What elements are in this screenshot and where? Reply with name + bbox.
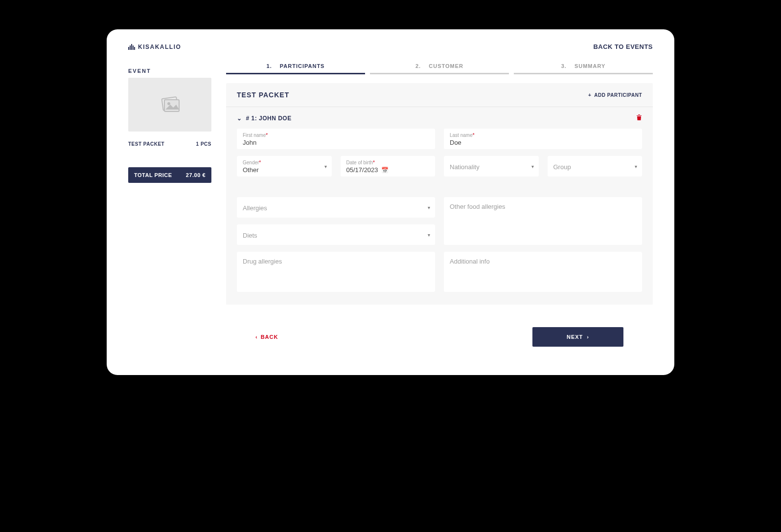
main-content: 1. PARTICIPANTS 2. CUSTOMER 3. SUMMARY T… [226,63,653,347]
topbar: KISAKALLIO BACK TO EVENTS [128,43,653,50]
tab-participants[interactable]: 1. PARTICIPANTS [226,63,365,74]
drug-placeholder: Drug allergies [243,258,429,265]
panel-header: TEST PACKET + ADD PARTICIPANT [226,83,653,107]
step-label: PARTICIPANTS [280,63,325,69]
next-button[interactable]: NEXT › [532,327,623,347]
trash-icon [636,114,642,121]
chevron-left-icon: ‹ [255,334,258,340]
event-label: EVENT [128,68,211,74]
app-window: KISAKALLIO BACK TO EVENTS EVENT TEST PAC… [107,29,674,375]
last-name-field[interactable]: Last name* Doe [444,129,642,149]
required-mark: * [473,133,475,138]
allergies-placeholder: Allergies [243,204,429,212]
tab-customer[interactable]: 2. CUSTOMER [370,63,509,74]
last-name-value: Doe [450,139,636,146]
step-number: 2. [415,63,421,69]
other-food-placeholder: Other food allergies [450,203,636,210]
required-mark: * [259,160,261,165]
svg-point-2 [167,102,170,105]
required-mark: * [266,133,268,138]
step-tabs: 1. PARTICIPANTS 2. CUSTOMER 3. SUMMARY [226,63,653,74]
chevron-down-icon: ▾ [428,205,430,210]
drug-allergies-field[interactable]: Drug allergies [237,252,435,292]
bars-icon [128,44,135,50]
total-price-row: TOTAL PRICE 27.00 € [128,167,211,183]
plus-icon: + [588,92,591,98]
participant-form: First name* John Last name* Doe Gender* … [226,129,653,305]
chevron-down-icon: ▾ [635,164,637,169]
allergies-select[interactable]: Allergies ▾ [237,197,435,218]
required-mark: * [373,160,375,165]
gender-select[interactable]: Gender* Other ▾ [237,156,332,177]
total-label: TOTAL PRICE [134,172,172,178]
cart-item-row: TEST PACKET 1 PCS [128,138,211,167]
step-label: CUSTOMER [429,63,463,69]
event-thumbnail [128,78,211,132]
field-label: Date of birth [346,160,373,165]
additional-info-field[interactable]: Additional info [444,252,642,292]
chevron-down-icon: ▾ [324,164,327,169]
chevron-right-icon: › [587,334,589,340]
diets-select[interactable]: Diets ▾ [237,224,435,245]
photo-placeholder-icon [159,95,181,114]
gender-value: Other [243,166,326,174]
brand-name: KISAKALLIO [138,44,181,50]
back-to-events-link[interactable]: BACK TO EVENTS [593,43,653,50]
diets-placeholder: Diets [243,232,429,239]
participant-title: # 1: JOHN DOE [246,115,292,122]
brand-logo: KISAKALLIO [128,44,181,50]
wizard-footer: ‹ BACK NEXT › [226,327,653,347]
nationality-select[interactable]: Nationality ▾ [444,156,539,177]
panel-title: TEST PACKET [237,91,289,99]
group-placeholder: Group [553,163,637,171]
step-number: 1. [267,63,272,69]
delete-participant-button[interactable] [636,114,642,123]
step-label: SUMMARY [574,63,605,69]
chevron-down-icon: ▾ [428,232,430,238]
first-name-value: John [243,139,429,146]
add-participant-button[interactable]: + ADD PARTICIPANT [588,92,642,98]
calendar-icon: 📅 [381,167,389,174]
back-button[interactable]: ‹ BACK [255,334,278,340]
participant-accordion-header[interactable]: ⌄ # 1: JOHN DOE [226,107,653,129]
cart-item-qty: 1 PCS [196,141,211,147]
other-food-allergies-field[interactable]: Other food allergies [444,197,642,245]
cart-item-name: TEST PACKET [128,141,164,147]
dob-value: 05/17/2023 [346,166,378,174]
svg-rect-1 [164,100,179,111]
nationality-placeholder: Nationality [450,163,533,171]
group-select[interactable]: Group ▾ [548,156,643,177]
first-name-field[interactable]: First name* John [237,129,435,149]
next-label: NEXT [567,334,583,340]
participants-panel: TEST PACKET + ADD PARTICIPANT ⌄ # 1: JOH… [226,83,653,305]
field-label: First name [243,133,266,138]
chevron-down-icon: ⌄ [237,115,242,122]
tab-summary[interactable]: 3. SUMMARY [514,63,653,74]
event-sidebar: EVENT TEST PACKET 1 PCS TOTAL PRICE 27.0… [128,63,211,347]
field-label: Last name [450,133,473,138]
back-label: BACK [261,334,278,340]
total-value: 27.00 € [186,172,206,178]
chevron-down-icon: ▾ [531,164,534,169]
field-label: Gender [243,160,259,165]
additional-placeholder: Additional info [450,258,636,265]
dob-field[interactable]: Date of birth* 05/17/2023 📅 [341,156,436,177]
add-participant-label: ADD PARTICIPANT [594,92,642,98]
step-number: 3. [561,63,567,69]
